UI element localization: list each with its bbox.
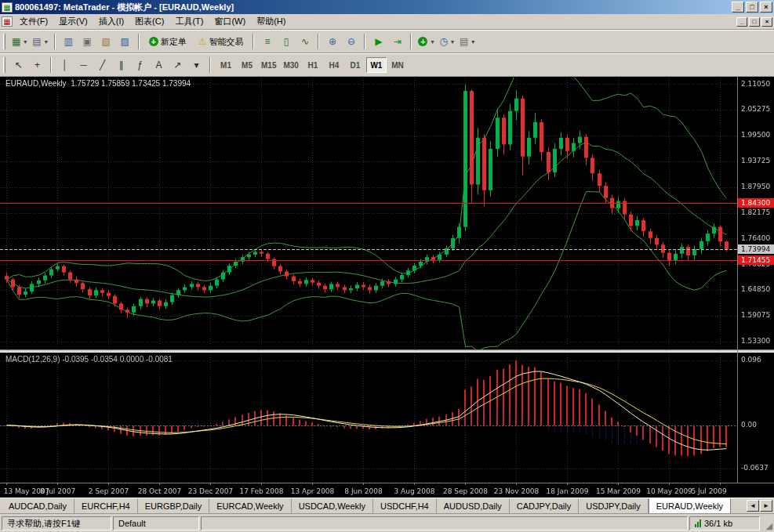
expert-advisors-label: 智能交易: [209, 36, 243, 48]
menu-item-charts[interactable]: 图表(C): [129, 13, 169, 30]
profiles-button[interactable]: ▤▾: [30, 33, 49, 50]
timeframe-w1-button[interactable]: W1: [366, 57, 387, 73]
cursor-button[interactable]: ↖: [9, 56, 27, 74]
chart-tab-euraud-weekly[interactable]: EURAUD,Weekly: [649, 498, 731, 513]
text-label-button[interactable]: A: [150, 56, 168, 74]
timeframe-h1-button[interactable]: H1: [303, 57, 323, 73]
tab-scroll-right-button[interactable]: ►: [760, 500, 772, 512]
timeframe-d1-button[interactable]: D1: [345, 57, 365, 73]
dropdown-arrow-icon: ▾: [451, 38, 454, 45]
new-chart-button[interactable]: ▦▾: [9, 33, 29, 50]
menu-item-insert[interactable]: 插入(I): [93, 13, 129, 30]
crosshair-button[interactable]: +: [28, 56, 46, 74]
toolbar-separator: [364, 34, 365, 49]
market-watch-icon: ▥: [64, 37, 73, 46]
menu-item-view[interactable]: 显示(V): [53, 13, 93, 30]
tab-scroll-left-button[interactable]: ◄: [747, 500, 759, 512]
drawing-toolbar-buttons: ↖+│─╱∥ƒA↗▾: [9, 56, 214, 74]
shapes-button[interactable]: ▾: [187, 56, 205, 74]
periods-button[interactable]: ◷▾: [438, 33, 457, 50]
app-icon: ▦: [2, 2, 13, 13]
standard-toolbar-buttons: ▦▾▤▾▥▣▧▨+新定单⚠智能交易≡▯∿⊕⊖▶⇥+▾◷▾▤▾: [9, 33, 477, 50]
chart-tab-eurcad-weekly[interactable]: EURCAD,Weekly: [209, 498, 291, 513]
chart-tab-audusd-daily[interactable]: AUDUSD,Daily: [437, 498, 510, 513]
zoom-out-button[interactable]: ⊖: [342, 33, 360, 50]
equidistant-channel-icon: ∥: [119, 60, 124, 70]
menu-items: 文件(F)显示(V)插入(I)图表(C)工具(T)窗口(W)帮助(H): [14, 13, 736, 30]
status-spacer: [201, 516, 688, 530]
equidistant-channel-button[interactable]: ∥: [112, 56, 130, 74]
periods-icon: ◷: [440, 37, 448, 46]
arrows-tool-icon: ↗: [173, 60, 181, 70]
new-order-label: 新定单: [161, 36, 187, 48]
text-label-icon: A: [155, 60, 162, 70]
new-order-icon: +: [149, 37, 158, 46]
menu-item-tools[interactable]: 工具(T): [169, 13, 209, 30]
resize-grip[interactable]: ◢: [761, 516, 772, 530]
chart-tab-eurgbp-daily[interactable]: EURGBP,Daily: [138, 498, 210, 513]
timeframe-m30-button[interactable]: M30: [280, 57, 301, 73]
chart-tab-cadjpy-daily[interactable]: CADJPY,Daily: [510, 498, 580, 513]
cursor-icon: ↖: [14, 60, 22, 70]
tab-scroll-controls: ◄ ►: [745, 498, 774, 513]
timeframe-m1-button[interactable]: M1: [216, 57, 236, 73]
bar-chart-mode-button[interactable]: ≡: [258, 33, 276, 50]
chart-tab-usdchf-h4[interactable]: USDCHF,H4: [373, 498, 437, 513]
statusbar: 寻求帮助,请按F1键 Default 36/1 kb ◢: [0, 513, 774, 532]
terminal-button[interactable]: ▨: [116, 33, 134, 50]
toolbar-separator: [253, 34, 254, 49]
data-window-button[interactable]: ▣: [78, 33, 96, 50]
auto-scroll-button[interactable]: ▶: [369, 33, 387, 50]
chart-shift-button[interactable]: ⇥: [388, 33, 406, 50]
toolbar-drag-handle[interactable]: [3, 34, 5, 49]
chart-tab-audcad-daily[interactable]: AUDCAD,Daily: [2, 498, 74, 513]
zoom-in-button[interactable]: ⊕: [323, 33, 341, 50]
chart-tab-eurchf-h4[interactable]: EURCHF,H4: [74, 498, 138, 513]
mdi-close-button[interactable]: ×: [761, 17, 772, 27]
status-profile: Default: [113, 516, 199, 530]
templates-icon: ▤: [460, 37, 468, 46]
timeframe-h4-button[interactable]: H4: [324, 57, 344, 73]
market-watch-button[interactable]: ▥: [60, 33, 78, 50]
trendline-button[interactable]: ╱: [93, 56, 111, 74]
toolbar-drag-handle[interactable]: [3, 57, 5, 73]
candlestick-mode-button[interactable]: ▯: [277, 33, 295, 50]
close-button[interactable]: ×: [760, 2, 772, 13]
mdi-window-controls: _□×: [736, 17, 772, 27]
expert-advisors-button[interactable]: ⚠智能交易: [193, 33, 249, 50]
menu-item-window[interactable]: 窗口(W): [209, 13, 251, 30]
candlestick-chart[interactable]: [0, 77, 774, 498]
restore-button[interactable]: □: [746, 2, 758, 13]
navigator-button[interactable]: ▧: [97, 33, 115, 50]
arrows-tool-button[interactable]: ↗: [169, 56, 187, 74]
status-help: 寻求帮助,请按F1键: [2, 516, 111, 530]
navigator-icon: ▧: [102, 37, 111, 46]
line-chart-mode-button[interactable]: ∿: [296, 33, 314, 50]
fibonacci-button[interactable]: ƒ: [131, 56, 149, 74]
vertical-line-button[interactable]: │: [56, 56, 74, 74]
new-order-button[interactable]: +新定单: [144, 33, 192, 50]
menu-item-help[interactable]: 帮助(H): [251, 13, 291, 30]
toolbar-separator: [50, 57, 52, 73]
indicators-button[interactable]: +▾: [416, 33, 436, 50]
dropdown-arrow-icon: ▾: [45, 38, 48, 45]
timeframe-mn-button[interactable]: MN: [387, 57, 408, 73]
menu-item-file[interactable]: 文件(F): [14, 13, 53, 30]
minimize-button[interactable]: _: [732, 2, 744, 13]
chart-tabs: AUDCAD,DailyEURCHF,H4EURGBP,DailyEURCAD,…: [2, 498, 745, 513]
timeframe-m15-button[interactable]: M15: [258, 57, 279, 73]
data-window-icon: ▣: [83, 37, 92, 46]
mdi-restore-button[interactable]: □: [749, 17, 760, 27]
chart-tab-usdcad-weekly[interactable]: USDCAD,Weekly: [292, 498, 373, 513]
dropdown-arrow-icon: ▾: [471, 38, 474, 45]
mdi-minimize-button[interactable]: _: [736, 17, 747, 27]
horizontal-line-button[interactable]: ─: [74, 56, 93, 74]
chart-document-icon[interactable]: ▦: [2, 16, 13, 27]
profiles-icon: ▤: [32, 37, 41, 46]
expert-advisors-icon: ⚠: [198, 37, 207, 46]
chart-tab-usdjpy-daily[interactable]: USDJPY,Daily: [579, 498, 649, 513]
candlestick-mode-icon: ▯: [284, 37, 289, 46]
toolbar-separator: [54, 34, 56, 49]
templates-button[interactable]: ▤▾: [457, 33, 477, 50]
timeframe-m5-button[interactable]: M5: [237, 57, 257, 73]
